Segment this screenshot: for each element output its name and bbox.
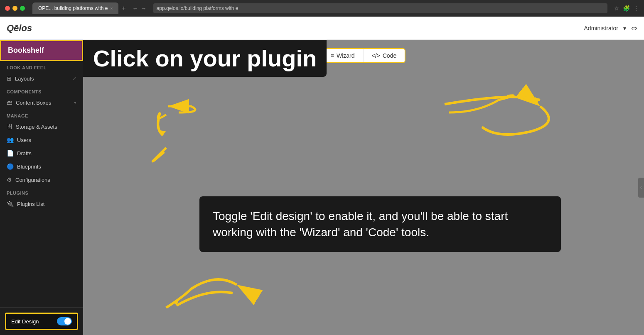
sidebar-item-plugins-list[interactable]: 🔌 Plugins List — [0, 197, 83, 210]
annotation-arrows — [83, 40, 644, 335]
browser-nav: ← → — [133, 5, 147, 12]
sidebar-item-configurations[interactable]: ⚙ Configurations — [0, 173, 83, 186]
extensions-icon[interactable]: 🧩 — [623, 5, 630, 12]
app-container: Qēlos Administrator ▾ ⇔ Bookshelf LOOK A… — [0, 17, 644, 335]
bookshelf-label: Bookshelf — [8, 46, 44, 54]
active-tab[interactable]: OPE... building platforms with e × — [32, 2, 118, 14]
logo-area: Qēlos — [7, 23, 32, 34]
code-bracket-icon: </> — [372, 52, 380, 59]
content-boxes-icon: 🗃 — [7, 99, 12, 106]
storage-icon: 🗄 — [7, 123, 12, 130]
storage-label: Storage & Assets — [16, 124, 57, 130]
app-body: Bookshelf LOOK AND FEEL ⊞ Layouts ⤢ COMP… — [0, 40, 644, 335]
menu-icon[interactable]: ⋮ — [633, 5, 639, 12]
external-icon: ⤢ — [73, 76, 76, 81]
sidebar-item-layouts[interactable]: ⊞ Layouts ⤢ — [0, 72, 83, 85]
wizard-icon: ≡ — [331, 52, 334, 59]
browser-chrome: OPE... building platforms with e × + ← →… — [0, 0, 644, 17]
sidebar: Bookshelf LOOK AND FEEL ⊞ Layouts ⤢ COMP… — [0, 40, 83, 335]
forward-button[interactable]: → — [141, 5, 147, 12]
collapse-icon[interactable]: ⇔ — [631, 24, 637, 33]
content-boxes-label: Content Boxes — [16, 100, 51, 106]
wizard-button[interactable]: ≡ Wizard — [322, 49, 364, 62]
sidebar-item-storage-assets[interactable]: 🗄 Storage & Assets — [0, 120, 83, 133]
annotation-text: Toggle 'Edit design' to enable it, and y… — [213, 210, 508, 239]
sidebar-item-users[interactable]: 👥 Users — [0, 133, 83, 147]
drafts-icon: 📄 — [7, 150, 14, 156]
admin-user-label: Administrator — [584, 25, 618, 32]
edit-design-row: Edit Design — [5, 313, 78, 330]
svg-marker-3 — [160, 130, 166, 135]
plugins-list-label: Plugins List — [17, 201, 44, 207]
traffic-lights — [5, 6, 25, 11]
section-label-manage: MANAGE — [0, 109, 83, 120]
sidebar-bottom: Edit Design — [0, 307, 83, 335]
bookmark-icon[interactable]: ☆ — [614, 5, 619, 12]
chevron-down-icon: ▾ — [74, 100, 76, 105]
section-label-plugins: PLUGINS — [0, 186, 83, 197]
drafts-label: Drafts — [17, 150, 32, 156]
svg-marker-5 — [174, 300, 179, 306]
maximize-button[interactable] — [20, 6, 25, 11]
sidebar-item-blueprints[interactable]: 🔵 Blueprints — [0, 160, 83, 173]
code-button[interactable]: </> Code — [364, 49, 405, 62]
sidebar-item-content-boxes[interactable]: 🗃 Content Boxes ▾ — [0, 96, 83, 109]
tab-close-icon[interactable]: × — [110, 6, 113, 11]
bookshelf-plugin-item[interactable]: Bookshelf — [0, 40, 83, 61]
tab-label: OPE... building platforms with e — [38, 5, 108, 11]
section-label-look-and-feel: LOOK AND FEEL — [0, 61, 83, 72]
wizard-code-toolbar: ≡ Wizard </> Code — [322, 48, 406, 63]
users-icon: 👥 — [7, 137, 14, 143]
browser-actions: ☆ 🧩 ⋮ — [614, 5, 639, 12]
edit-design-toggle[interactable] — [57, 317, 72, 325]
configurations-icon: ⚙ — [7, 176, 12, 183]
close-button[interactable] — [5, 6, 10, 11]
header-right: Administrator ▾ ⇔ — [584, 24, 637, 33]
address-bar[interactable]: app.qelos.io/building platforms with e — [153, 3, 607, 13]
minimize-button[interactable] — [12, 6, 17, 11]
blueprints-label: Blueprints — [17, 164, 41, 170]
wizard-label: Wizard — [337, 52, 355, 59]
app-header: Qēlos Administrator ▾ ⇔ — [0, 17, 644, 40]
layouts-label: Layouts — [15, 76, 34, 82]
overlay-title: Click on your plugin — [83, 40, 327, 77]
logo: Qēlos — [7, 23, 32, 34]
user-dropdown-icon[interactable]: ▾ — [623, 25, 626, 32]
section-label-components: COMPONENTS — [0, 85, 83, 96]
main-content: ≡ Wizard </> Code Toggle 'Edit design' t… — [83, 40, 644, 335]
edit-design-label: Edit Design — [11, 318, 39, 325]
layouts-icon: ⊞ — [7, 75, 12, 82]
svg-marker-4 — [535, 97, 540, 103]
users-label: Users — [17, 137, 31, 143]
right-panel-handle[interactable]: ‹ — [638, 178, 644, 198]
address-text: app.qelos.io/building platforms with e — [157, 5, 238, 11]
code-label: Code — [383, 52, 396, 59]
configurations-label: Configurations — [15, 177, 50, 183]
sidebar-item-drafts[interactable]: 📄 Drafts — [0, 147, 83, 160]
tab-bar: OPE... building platforms with e × + — [32, 2, 126, 14]
annotation-box: Toggle 'Edit design' to enable it, and y… — [199, 196, 561, 252]
new-tab-button[interactable]: + — [122, 5, 125, 12]
back-button[interactable]: ← — [133, 5, 138, 12]
plugins-icon: 🔌 — [7, 201, 14, 207]
blueprints-icon: 🔵 — [7, 163, 14, 170]
